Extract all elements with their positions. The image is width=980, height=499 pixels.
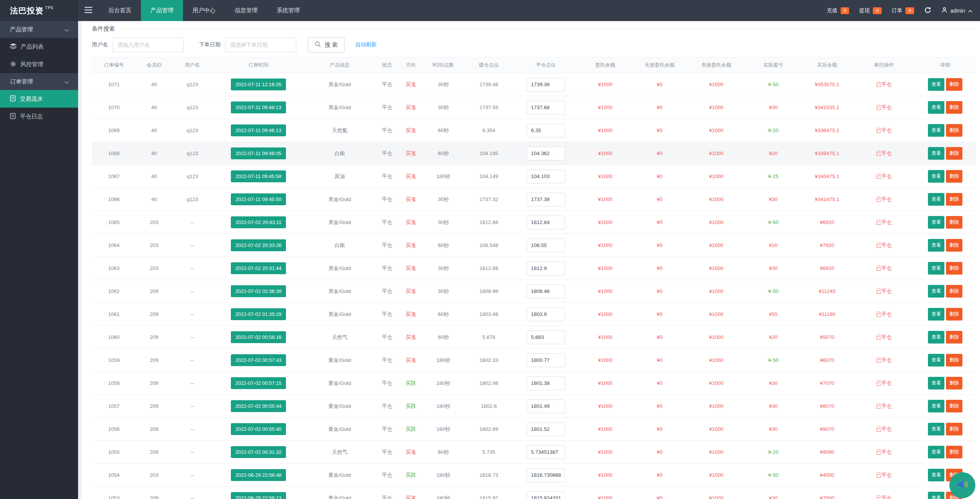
refresh-button[interactable] xyxy=(924,7,931,15)
sidebar-toggle-button[interactable] xyxy=(78,0,99,21)
view-button[interactable]: 查看 xyxy=(928,193,944,206)
valid-entrust-cell: ¥1000 xyxy=(687,188,746,211)
sidebar-item-trade-flow[interactable]: 交易流水 xyxy=(0,90,78,108)
order-time-button[interactable]: 2022-07-02 00:58:16 xyxy=(231,331,286,343)
order-time-button[interactable]: 2022-07-02 20:31:44 xyxy=(231,262,286,274)
close-point-input[interactable] xyxy=(527,376,565,390)
sidebar: 产品管理 产品列表 风控管理 订单管理 交 xyxy=(0,21,78,499)
view-button[interactable]: 查看 xyxy=(928,308,944,321)
view-button[interactable]: 查看 xyxy=(928,446,944,458)
sidebar-item-risk-control[interactable]: 风控管理 xyxy=(0,56,78,73)
order-time-button[interactable]: 2022-07-11 09:45:58 xyxy=(231,170,286,182)
delete-button[interactable]: 删除 xyxy=(946,446,962,458)
delete-button[interactable]: 删除 xyxy=(946,216,962,229)
close-point-input[interactable] xyxy=(527,262,565,275)
delete-button[interactable]: 删除 xyxy=(946,147,962,160)
announcement-fab-button[interactable] xyxy=(949,472,975,498)
order-time-button[interactable]: 2022-07-11 09:46:05 xyxy=(231,147,286,159)
close-point-input[interactable] xyxy=(527,216,565,229)
sidebar-item-close-log[interactable]: 平仓日志 xyxy=(0,108,78,125)
view-button[interactable]: 查看 xyxy=(928,469,944,481)
delete-button[interactable]: 删除 xyxy=(946,285,962,298)
delete-button[interactable]: 删除 xyxy=(946,78,962,91)
user-menu[interactable]: admin xyxy=(941,7,972,14)
delete-button[interactable]: 删除 xyxy=(946,400,962,412)
view-button[interactable]: 查看 xyxy=(928,285,944,298)
view-button[interactable]: 查看 xyxy=(928,124,944,137)
view-button[interactable]: 查看 xyxy=(928,262,944,275)
view-button[interactable]: 查看 xyxy=(928,216,944,229)
delete-button[interactable]: 删除 xyxy=(946,170,962,183)
close-point-input[interactable] xyxy=(527,468,565,482)
order-date-input[interactable] xyxy=(225,38,296,52)
sidebar-group-order[interactable]: 订单管理 xyxy=(0,73,78,90)
delete-button[interactable]: 删除 xyxy=(946,423,962,435)
delete-button[interactable]: 删除 xyxy=(946,354,962,366)
order-time-button[interactable]: 2022-07-02 00:57:15 xyxy=(231,377,286,389)
delete-button[interactable]: 删除 xyxy=(946,193,962,206)
username-input[interactable] xyxy=(113,38,184,52)
order-time-button[interactable]: 2022-06-29 22:58:48 xyxy=(231,469,286,481)
order-stat[interactable]: 订单 0 xyxy=(892,7,914,14)
nav-item-4[interactable]: 信息管理 xyxy=(225,0,267,21)
view-button[interactable]: 查看 xyxy=(928,239,944,252)
nav-item-1[interactable]: 后台首页 xyxy=(99,0,141,21)
order-time-button[interactable]: 2022-07-02 00:55:40 xyxy=(231,423,286,435)
sidebar-item-product-list[interactable]: 产品列表 xyxy=(0,38,78,56)
delete-button[interactable]: 删除 xyxy=(946,124,962,137)
close-point-input[interactable] xyxy=(527,239,565,252)
close-point-input[interactable] xyxy=(527,170,565,183)
close-point-input[interactable] xyxy=(527,422,565,436)
view-button[interactable]: 查看 xyxy=(928,354,944,366)
close-point-input[interactable] xyxy=(527,399,565,413)
recharge-stat[interactable]: 充值 0 xyxy=(827,7,849,14)
after-balance-cell: ¥341475.1 xyxy=(801,188,853,211)
order-time-button[interactable]: 2022-07-02 01:35:29 xyxy=(231,308,286,320)
withdraw-stat[interactable]: 提现 0 xyxy=(859,7,882,14)
search-button[interactable]: 搜 索 xyxy=(308,37,345,52)
close-point-input[interactable] xyxy=(527,78,565,92)
delete-button[interactable]: 删除 xyxy=(946,262,962,275)
close-point-input[interactable] xyxy=(527,101,565,115)
order-time-button[interactable]: 2022-07-02 20:43:11 xyxy=(231,216,286,228)
view-button[interactable]: 查看 xyxy=(928,423,944,435)
order-time-button[interactable]: 2022-07-02 00:57:43 xyxy=(231,354,286,366)
delete-button[interactable]: 删除 xyxy=(946,239,962,252)
close-point-input[interactable] xyxy=(527,193,565,206)
view-button[interactable]: 查看 xyxy=(928,492,944,499)
order-time-button[interactable]: 2022-07-11 12:16:35 xyxy=(231,79,286,90)
order-time-button[interactable]: 2022-07-02 00:55:44 xyxy=(231,400,286,412)
order-id-cell: 1058 xyxy=(92,372,136,395)
close-point-input[interactable] xyxy=(527,124,565,137)
order-time-button[interactable]: 2022-07-11 09:46:13 xyxy=(231,124,286,136)
close-point-input[interactable] xyxy=(527,330,565,344)
view-button[interactable]: 查看 xyxy=(928,101,944,114)
view-button[interactable]: 查看 xyxy=(928,400,944,412)
close-point-input[interactable] xyxy=(527,353,565,367)
close-point-input[interactable] xyxy=(527,285,565,298)
close-point-input[interactable] xyxy=(527,308,565,321)
view-button[interactable]: 查看 xyxy=(928,170,944,183)
view-button[interactable]: 查看 xyxy=(928,377,944,389)
delete-button[interactable]: 删除 xyxy=(946,101,962,114)
order-time-button[interactable]: 2022-06-29 22:56:13 xyxy=(231,492,286,499)
view-button[interactable]: 查看 xyxy=(928,147,944,160)
nav-item-5[interactable]: 系统管理 xyxy=(267,0,309,21)
nav-item-3[interactable]: 用户中心 xyxy=(183,0,225,21)
auto-refresh-link[interactable]: 自动刷新 xyxy=(355,41,377,48)
delete-button[interactable]: 删除 xyxy=(946,308,962,321)
delete-button[interactable]: 删除 xyxy=(946,331,962,344)
nav-item-2[interactable]: 产品管理 xyxy=(141,0,183,21)
order-time-button[interactable]: 2022-07-11 09:48:13 xyxy=(231,101,286,113)
close-point-input[interactable] xyxy=(527,147,565,160)
order-time-button[interactable]: 2022-07-11 09:45:50 xyxy=(231,193,286,205)
close-point-input[interactable] xyxy=(527,445,565,459)
view-button[interactable]: 查看 xyxy=(928,78,944,91)
order-time-button[interactable]: 2022-07-02 02:36:39 xyxy=(231,285,286,297)
sidebar-group-product[interactable]: 产品管理 xyxy=(0,21,78,38)
order-time-button[interactable]: 2022-07-02 00:31:32 xyxy=(231,446,286,458)
close-point-input[interactable] xyxy=(527,491,565,499)
delete-button[interactable]: 删除 xyxy=(946,377,962,389)
order-time-button[interactable]: 2022-07-02 20:33:26 xyxy=(231,239,286,251)
view-button[interactable]: 查看 xyxy=(928,331,944,344)
